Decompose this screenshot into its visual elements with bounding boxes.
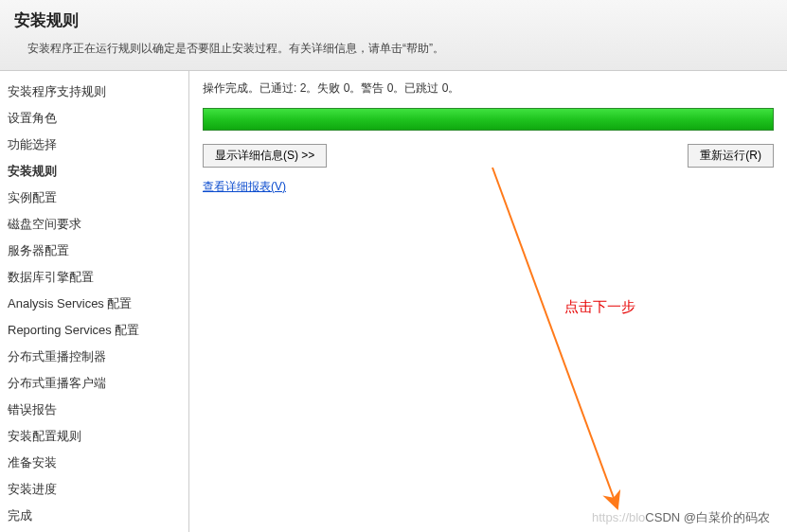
- sidebar-item-7[interactable]: 数据库引擎配置: [4, 264, 188, 291]
- watermark: https://bloCSDN @白菜价的码农: [592, 509, 770, 526]
- show-details-button[interactable]: 显示详细信息(S) >>: [203, 144, 327, 168]
- sidebar-item-13[interactable]: 安装配置规则: [4, 423, 188, 450]
- sidebar-item-3[interactable]: 安装规则: [4, 158, 188, 185]
- page-subtitle: 安装程序正在运行规则以确定是否要阻止安装过程。有关详细信息，请单击“帮助”。: [27, 41, 773, 57]
- sidebar-item-1[interactable]: 设置角色: [4, 105, 188, 132]
- sidebar-item-11[interactable]: 分布式重播客户端: [4, 370, 188, 397]
- sidebar-item-0[interactable]: 安装程序支持规则: [4, 79, 188, 105]
- sidebar-item-4[interactable]: 实例配置: [4, 185, 188, 211]
- watermark-faint: https://blo: [592, 510, 645, 524]
- sidebar-item-5[interactable]: 磁盘空间要求: [4, 211, 188, 238]
- main-panel: 操作完成。已通过: 2。失败 0。警告 0。已跳过 0。 显示详细信息(S) >…: [189, 71, 787, 532]
- sidebar-item-16[interactable]: 完成: [4, 503, 188, 529]
- sidebar-item-12[interactable]: 错误报告: [4, 397, 188, 423]
- sidebar-item-10[interactable]: 分布式重播控制器: [4, 344, 188, 370]
- view-report-link[interactable]: 查看详细报表(V): [203, 180, 286, 193]
- annotation-text: 点击下一步: [564, 298, 635, 316]
- steps-sidebar: 安装程序支持规则设置角色功能选择安装规则实例配置磁盘空间要求服务器配置数据库引擎…: [0, 71, 189, 532]
- sidebar-item-2[interactable]: 功能选择: [4, 132, 188, 158]
- sidebar-item-8[interactable]: Analysis Services 配置: [4, 291, 188, 317]
- sidebar-item-6[interactable]: 服务器配置: [4, 238, 188, 264]
- operation-status-text: 操作完成。已通过: 2。失败 0。警告 0。已跳过 0。: [203, 80, 774, 97]
- sidebar-item-14[interactable]: 准备安装: [4, 450, 188, 476]
- sidebar-item-9[interactable]: Reporting Services 配置: [4, 317, 188, 344]
- button-row: 显示详细信息(S) >> 重新运行(R): [203, 144, 774, 168]
- watermark-text: CSDN @白菜价的码农: [645, 510, 770, 524]
- sidebar-item-15[interactable]: 安装进度: [4, 476, 188, 503]
- body-container: 安装程序支持规则设置角色功能选择安装规则实例配置磁盘空间要求服务器配置数据库引擎…: [0, 71, 787, 532]
- header-panel: 安装规则 安装程序正在运行规则以确定是否要阻止安装过程。有关详细信息，请单击“帮…: [0, 0, 787, 71]
- rerun-button[interactable]: 重新运行(R): [688, 144, 774, 168]
- progress-bar: [203, 108, 774, 131]
- page-title: 安装规则: [14, 9, 773, 31]
